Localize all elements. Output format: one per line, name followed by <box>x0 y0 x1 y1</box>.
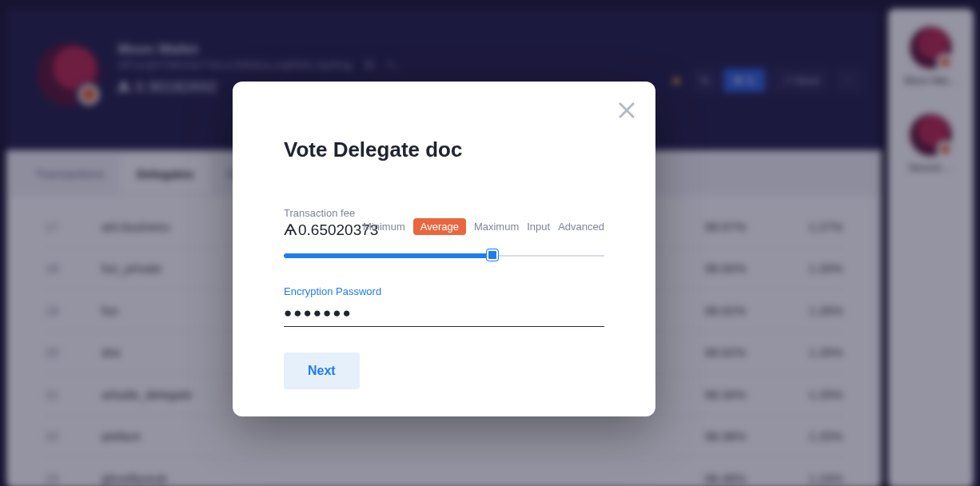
fee-slider[interactable] <box>284 250 604 261</box>
fee-options: Minimum Average Maximum Input Advanced <box>363 218 604 235</box>
modal-title: Vote Delegate doc <box>284 137 604 162</box>
password-input[interactable] <box>284 301 604 327</box>
close-icon <box>615 99 638 122</box>
password-block: Encryption Password <box>284 285 604 327</box>
fee-option-input[interactable]: Input <box>527 221 550 233</box>
close-button[interactable] <box>615 99 638 122</box>
slider-handle[interactable] <box>487 249 498 261</box>
vote-delegate-modal: Vote Delegate doc Transaction fee 0.6502… <box>233 82 655 416</box>
fee-option-minimum[interactable]: Minimum <box>363 221 405 233</box>
fee-option-advanced[interactable]: Advanced <box>558 221 604 233</box>
fee-block: Transaction fee 0.65020373 Minimum Avera… <box>284 207 604 261</box>
fee-option-average[interactable]: Average <box>413 218 466 235</box>
next-button[interactable]: Next <box>284 353 360 389</box>
slider-fill <box>284 253 492 258</box>
password-label: Encryption Password <box>284 285 604 297</box>
fee-option-maximum[interactable]: Maximum <box>474 221 519 233</box>
fee-label: Transaction fee <box>284 207 604 219</box>
